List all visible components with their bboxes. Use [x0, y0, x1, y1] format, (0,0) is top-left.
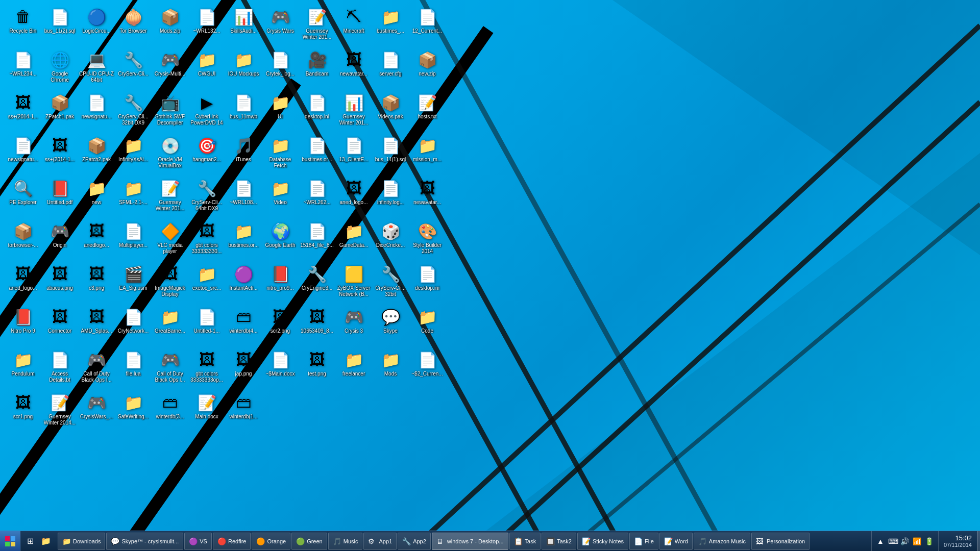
desktop-icon-63[interactable]: 🖼 anedlogo...: [78, 219, 115, 260]
taskbar-item-12[interactable]: 📝 Sticky Notes: [577, 533, 628, 550]
desktop-icon-54[interactable]: 🔧 CryServ-Cli... 64bit DX9: [188, 176, 225, 217]
taskbar-item-0[interactable]: 📁 Downloads: [58, 533, 105, 550]
taskbar-item-15[interactable]: 🎵 Amazon Music: [694, 533, 750, 550]
desktop-icon-47[interactable]: 📄 bus_11(1).sql: [372, 133, 409, 174]
desktop-icon-49[interactable]: 🔍 PE Explorer: [5, 176, 41, 217]
desktop-icon-110[interactable]: 📝 Guernsey Winter 2014...: [41, 390, 78, 431]
taskbar-item-3[interactable]: 🔴 Redfire: [213, 533, 251, 550]
desktop-icon-43[interactable]: 🎵 iTunes: [225, 133, 262, 174]
desktop-icon-42[interactable]: 🎯 hangman2...: [188, 133, 225, 174]
desktop-icon-16[interactable]: 🔧 CryServ-Cli...: [115, 47, 152, 88]
desktop-icon-56[interactable]: 📁 Video: [262, 176, 299, 217]
desktop-icon-8[interactable]: 🎮 Crysis Wars: [262, 5, 299, 45]
desktop-icon-69[interactable]: 📄 15184_file_8...: [299, 219, 335, 260]
desktop-icon-21[interactable]: 🎥 Bandicam: [299, 47, 335, 88]
desktop-icon-31[interactable]: 📄 bus_11mwb: [225, 90, 262, 131]
desktop-icon-79[interactable]: 🟣 InstantActi...: [225, 262, 262, 303]
desktop-icon-97[interactable]: 📁 Pendulum: [5, 347, 41, 388]
desktop-icon-24[interactable]: 📦 new.zip: [409, 47, 446, 88]
desktop-icon-45[interactable]: 📄 bustimes.or...: [299, 133, 335, 174]
desktop-icon-105[interactable]: 🖼 test.png: [299, 347, 335, 388]
taskbar-item-16[interactable]: 🖼 Personalization: [751, 533, 810, 550]
desktop-icon-102[interactable]: 🖼 gbt colors 33333333op...: [188, 347, 225, 388]
desktop-icon-52[interactable]: 📁 SFML-2.1-...: [115, 176, 152, 217]
desktop-icon-33[interactable]: 📄 desktop.ini: [299, 90, 335, 131]
desktop-icon-1[interactable]: 🗑 Recycle Bin: [5, 5, 41, 45]
desktop-icon-40[interactable]: 📁 InfinityXsAi...: [115, 133, 152, 174]
desktop-icon-53[interactable]: 📝 Guernsey Winter 201...: [152, 176, 188, 217]
tray-volume-icon[interactable]: 🔊: [900, 537, 910, 545]
desktop-icon-72[interactable]: 🎨 Style Builder 2014: [409, 219, 446, 260]
desktop-icon-60[interactable]: 🖼 newavatar...: [409, 176, 446, 217]
desktop-icon-11[interactable]: 📁 bustimes_...: [372, 5, 409, 45]
desktop-icon-18[interactable]: 📁 CWGUI: [188, 47, 225, 88]
desktop-icon-104[interactable]: 📄 ~$Main.docx: [262, 347, 299, 388]
desktop-icon-48[interactable]: 📁 mission_m...: [409, 133, 446, 174]
desktop-icon-100[interactable]: 📄 file.lua: [115, 347, 152, 388]
show-desktop-button[interactable]: ⊞: [22, 533, 38, 550]
desktop-icon-44[interactable]: 📁 Database Fetch: [262, 133, 299, 174]
desktop-icon-94[interactable]: 🎮 Crysis 3: [335, 305, 372, 345]
desktop-icon-98[interactable]: 📄 Access Details.bt: [41, 347, 78, 388]
desktop-icon-37[interactable]: 📄 newsignatu...: [5, 133, 41, 174]
desktop-icon-89[interactable]: 📁 GreatBarne...: [152, 305, 188, 345]
desktop-icon-82[interactable]: 🟨 ZyBOX Server Network (B...: [335, 262, 372, 303]
system-clock[interactable]: 15:02 07/11/2014: [938, 531, 977, 551]
taskbar-item-14[interactable]: 📝 Word: [659, 533, 693, 550]
taskbar-item-5[interactable]: 🟢 Green: [291, 533, 327, 550]
desktop-icon-26[interactable]: 📦 ZPatch1.pak: [41, 90, 78, 131]
desktop-icon-19[interactable]: 📁 IOU Mockups: [225, 47, 262, 88]
desktop-icon-106[interactable]: 📁 freelancer: [335, 347, 372, 388]
desktop-icon-9[interactable]: 📝 Guernsey Winter 201...: [299, 5, 335, 45]
desktop-icon-5[interactable]: 📦 Mods.zip: [152, 5, 188, 45]
desktop-icon-96[interactable]: 📁 Code: [409, 305, 446, 345]
desktop-icon-36[interactable]: 📝 hosts.txt: [409, 90, 446, 131]
desktop-icon-6[interactable]: 📄 ~WRL132...: [188, 5, 225, 45]
desktop-icon-35[interactable]: 📦 Videos.pak: [372, 90, 409, 131]
desktop-icon-68[interactable]: 🌍 Google Earth: [262, 219, 299, 260]
desktop-icon-51[interactable]: 📁 new: [78, 176, 115, 217]
show-desktop-strip[interactable]: [977, 531, 980, 552]
desktop-icon-62[interactable]: 🎮 Origin: [41, 219, 78, 260]
taskbar-item-11[interactable]: 🔲 Task2: [542, 533, 576, 550]
desktop-icon-20[interactable]: 📄 Crytek_log...: [262, 47, 299, 88]
desktop-icon-39[interactable]: 📦 ZPatch2.pak: [78, 133, 115, 174]
desktop-icon-81[interactable]: 🔧 CryEngine3...: [299, 262, 335, 303]
desktop-icon-59[interactable]: 📄 infinity.log...: [372, 176, 409, 217]
desktop-icon-17[interactable]: 🎮 Crysis-Multi...: [152, 47, 188, 88]
desktop-icon-76[interactable]: 🎬 EA_Sig.usm: [115, 262, 152, 303]
desktop-icon-84[interactable]: 📄 desktop.ini: [409, 262, 446, 303]
desktop-icon-88[interactable]: 📄 CryNetwork...: [115, 305, 152, 345]
desktop-icon-55[interactable]: 📄 ~WRL108...: [225, 176, 262, 217]
desktop-icon-91[interactable]: 🗃 winterdb(4...: [225, 305, 262, 345]
desktop-icon-32[interactable]: 📁 UI: [262, 90, 299, 131]
desktop-icon-85[interactable]: 📕 Nitro Pro 9: [5, 305, 41, 345]
desktop-icon-58[interactable]: 🖼 aned_logo...: [335, 176, 372, 217]
desktop-icon-28[interactable]: 🔧 CryServ-Cli... 32bit DX9: [115, 90, 152, 131]
desktop-icon-13[interactable]: 📄 ~WRL234...: [5, 47, 41, 88]
desktop-icon-2[interactable]: 📄 bus_11(2).sql: [41, 5, 78, 45]
desktop-icon-67[interactable]: 📁 bustimes.or...: [225, 219, 262, 260]
desktop-icon-113[interactable]: 🗃 winterdb(3...: [152, 390, 188, 431]
desktop-icon-64[interactable]: 📄 Multiplayer...: [115, 219, 152, 260]
desktop-icon-41[interactable]: 💿 Oracle VM VirtualBox: [152, 133, 188, 174]
taskbar-item-4[interactable]: 🟠 Orange: [252, 533, 290, 550]
desktop-icon-75[interactable]: 🖼 c3.png: [78, 262, 115, 303]
desktop-icon-90[interactable]: 📄 Untitled-1...: [188, 305, 225, 345]
desktop-icon-22[interactable]: 🖼 newavatar...: [335, 47, 372, 88]
desktop-icon-61[interactable]: 📦 torbrowser-...: [5, 219, 41, 260]
desktop-icon-29[interactable]: 📺 Sothink SWF Decompiler: [152, 90, 188, 131]
desktop-icon-73[interactable]: 🖼 aned_logo...: [5, 262, 41, 303]
desktop-icon-78[interactable]: 📁 exetoc_src...: [188, 262, 225, 303]
taskbar-item-10[interactable]: 📋 Task: [509, 533, 541, 550]
desktop-icon-93[interactable]: 🖼 10653409_8...: [299, 305, 335, 345]
desktop-icon-34[interactable]: 📊 Guernsey Winter 201...: [335, 90, 372, 131]
desktop-icon-77[interactable]: 🖼 ImageMagick Display: [152, 262, 188, 303]
desktop-icon-87[interactable]: 🖼 AMD_Splas...: [78, 305, 115, 345]
desktop-icon-111[interactable]: 🎮 CrysisWars_...: [78, 390, 115, 431]
tray-expand-icon[interactable]: ▲: [876, 537, 885, 545]
taskbar-item-13[interactable]: 📄 File: [629, 533, 658, 550]
desktop-icon-101[interactable]: 🎮 Call of Duty Black Ops l...: [152, 347, 188, 388]
desktop-icon-4[interactable]: 🧅 Tor Browser: [115, 5, 152, 45]
desktop-icon-86[interactable]: 🖼 Connector: [41, 305, 78, 345]
